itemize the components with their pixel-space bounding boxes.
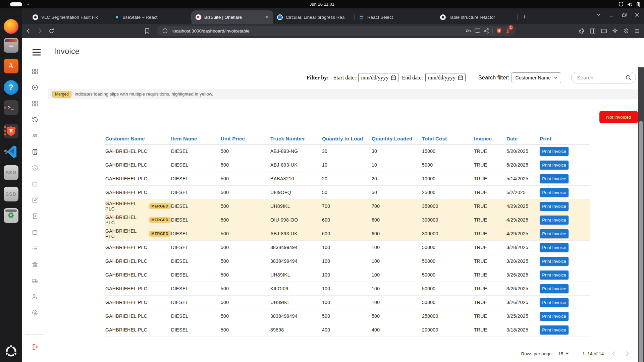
sidebar-bank-icon[interactable] xyxy=(31,261,39,268)
sidebar-add-circle-icon[interactable] xyxy=(31,84,39,91)
cell-quantity-loaded: 400 xyxy=(372,327,422,333)
print-invoice-button[interactable]: Print Invoice xyxy=(540,284,569,293)
files-folder-icon[interactable] xyxy=(3,38,18,53)
browser-tab[interactable]: BizSuite | Oneflare ✕ xyxy=(192,10,273,24)
bookmark-icon[interactable] xyxy=(143,26,152,36)
brave-rewards-icon[interactable]: 1 xyxy=(503,26,512,35)
site-info-icon[interactable] xyxy=(161,26,169,35)
browser-tab[interactable]: Circular, Linear progress Rea ✕ xyxy=(273,10,355,24)
print-invoice-button[interactable]: Print Invoice xyxy=(540,270,569,280)
app-menu-icon[interactable] xyxy=(32,48,41,56)
brave-browser-icon[interactable] xyxy=(3,123,18,138)
url-bar[interactable]: localhost:3000/dashboard/invoicetable 1 xyxy=(157,26,516,36)
terminal-icon[interactable]: >_ xyxy=(3,100,18,115)
minimize-button[interactable] xyxy=(608,11,615,18)
sidebar-dashboard-grid-icon[interactable] xyxy=(31,68,39,75)
forward-button[interactable] xyxy=(35,26,45,36)
sidebar-settings-gear-icon[interactable] xyxy=(31,309,39,316)
cell-invoice: TRUE xyxy=(474,203,506,209)
print-invoice-button[interactable]: Print Invoice xyxy=(540,147,569,156)
vscode-icon[interactable] xyxy=(3,143,18,159)
cell-customer: GAHBRIEHEL PLC xyxy=(105,245,171,250)
cell-customer: GAHBRIEHEL PLC xyxy=(105,148,171,154)
help-icon[interactable]: ? xyxy=(3,80,18,95)
print-invoice-button[interactable]: Print Invoice xyxy=(540,188,569,197)
browser-menu-icon[interactable] xyxy=(633,26,641,35)
battery-icon xyxy=(637,2,640,7)
share-icon[interactable] xyxy=(482,26,490,35)
browser-tab[interactable]: VLC Segmentation Fault Fix ✕ xyxy=(29,10,110,24)
tab-label: VLC Segmentation Fault Fix xyxy=(41,15,107,20)
url-text[interactable]: localhost:3000/dashboard/invoicetable xyxy=(172,28,464,34)
sidebar-edit-note-icon[interactable] xyxy=(31,196,39,204)
password-key-icon[interactable] xyxy=(464,26,473,35)
sidebar-receipt-scroll-icon[interactable] xyxy=(31,213,39,220)
cell-quantity-loaded: 100 xyxy=(372,300,422,305)
start-date-input[interactable]: mm/dd/yyyy xyxy=(358,73,398,82)
sidebar-user-add-icon[interactable] xyxy=(31,293,39,300)
calendar-icon xyxy=(391,75,396,80)
sidebar-invoice-document-icon[interactable] xyxy=(31,148,39,156)
back-button[interactable] xyxy=(24,26,33,36)
firefox-icon[interactable] xyxy=(3,19,18,34)
search-filter-select[interactable]: Customer Name xyxy=(512,72,561,83)
print-invoice-button[interactable]: Print Invoice xyxy=(540,161,569,170)
sidebar-activity-history-icon[interactable] xyxy=(31,164,39,172)
print-invoice-button[interactable]: Print Invoice xyxy=(540,298,569,307)
brave-shields-icon[interactable] xyxy=(495,26,503,35)
rows-per-page-select[interactable]: 15 xyxy=(558,351,569,356)
ssd-drive-icon[interactable]: SSD xyxy=(3,165,18,180)
sidebar-list-icon[interactable] xyxy=(31,245,39,252)
sidebar-calendar-icon[interactable] xyxy=(31,229,39,236)
sidebar-truck-icon[interactable] xyxy=(31,277,39,284)
restore-button[interactable] xyxy=(621,11,628,18)
end-date-input[interactable]: mm/dd/yyyy xyxy=(425,73,466,82)
wallet-icon[interactable] xyxy=(599,26,608,35)
search-input[interactable]: Search xyxy=(571,72,636,83)
next-page-button[interactable] xyxy=(623,349,632,358)
media-cast-icon[interactable] xyxy=(473,26,482,35)
print-invoice-button[interactable]: Print Invoice xyxy=(540,257,569,266)
customer-name: GAHBRIEHEL PLC xyxy=(105,313,147,319)
leo-ai-icon[interactable] xyxy=(610,26,619,35)
cell-item-name: DIESEL xyxy=(171,245,221,250)
print-invoice-button[interactable]: Print Invoice xyxy=(540,174,569,183)
tab-close-icon[interactable]: ✕ xyxy=(264,14,270,20)
print-invoice-button[interactable]: Print Invoice xyxy=(540,216,569,225)
ssd-drive-2-icon[interactable]: SSD xyxy=(3,186,18,201)
cell-quantity-to-load: 500 xyxy=(322,313,372,319)
vpn-icon[interactable] xyxy=(622,26,630,35)
cell-truck-number: UH89IKL xyxy=(270,272,322,278)
system-tray[interactable] xyxy=(619,0,640,8)
new-tab-button[interactable]: + xyxy=(520,12,530,22)
reload-button[interactable] xyxy=(47,26,56,36)
trash-icon[interactable]: ♻ xyxy=(3,208,18,223)
ubuntu-logo-icon[interactable] xyxy=(3,344,18,359)
print-invoice-button[interactable]: Print Invoice xyxy=(540,229,569,238)
tab-search-icon[interactable] xyxy=(595,11,602,18)
sidebar-panel-icon[interactable] xyxy=(588,26,597,35)
sidebar-apps-grid-icon[interactable] xyxy=(31,100,39,107)
extensions-icon[interactable] xyxy=(577,26,586,35)
sidebar-logout-icon[interactable] xyxy=(31,343,39,351)
print-invoice-button[interactable]: Print Invoice xyxy=(540,312,569,321)
cell-invoice: TRUE xyxy=(474,272,506,278)
cell-item-name: DIESEL xyxy=(171,203,221,209)
sidebar-notepad-icon[interactable] xyxy=(31,180,39,188)
sidebar-history-icon[interactable] xyxy=(31,116,39,123)
chatgpt-favicon xyxy=(440,14,446,20)
previous-page-button[interactable] xyxy=(608,349,618,358)
print-invoice-button[interactable]: Print Invoice xyxy=(540,243,569,252)
ubuntu-software-icon[interactable]: A xyxy=(3,58,18,73)
close-window-button[interactable] xyxy=(633,11,641,18)
browser-tab[interactable]: React Select ✕ xyxy=(355,10,436,24)
print-invoice-button[interactable]: Print Invoice xyxy=(540,202,569,211)
print-invoice-button[interactable]: Print Invoice xyxy=(540,325,569,335)
browser-tab[interactable]: Table structure refactor ✕ xyxy=(436,10,518,24)
browser-tab[interactable]: useState – React ✕ xyxy=(110,10,192,24)
scrollbar-thumb[interactable] xyxy=(639,121,643,362)
cell-total-cost: 250000 xyxy=(422,313,474,319)
system-clock[interactable]: Jun 16 11:01 xyxy=(310,0,334,8)
sidebar-customers-group-icon[interactable] xyxy=(31,132,39,139)
not-invoiced-button[interactable]: Not invoiced xyxy=(599,111,638,123)
